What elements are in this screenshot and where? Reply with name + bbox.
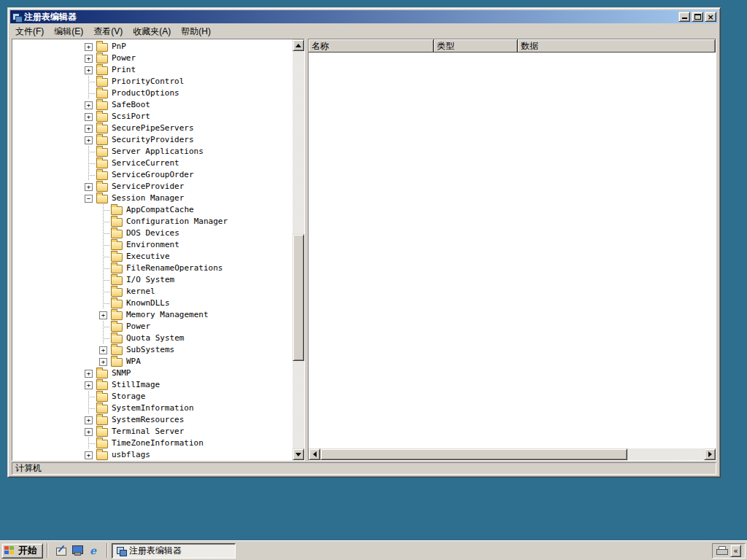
tree-expand-toggle[interactable]: + <box>97 344 109 356</box>
tree-expand-toggle[interactable]: + <box>82 41 95 52</box>
tree-node-label[interactable]: DOS Devices <box>125 228 181 238</box>
tree-row[interactable]: ProductOptions <box>12 88 293 99</box>
tree-expand-toggle[interactable]: + <box>82 134 95 146</box>
tree-expand-toggle[interactable]: + <box>97 309 109 321</box>
tree-row[interactable]: kernel <box>12 286 293 298</box>
expand-plus-icon[interactable]: + <box>85 125 93 133</box>
tree-row[interactable]: +ServiceProvider <box>12 181 293 192</box>
scroll-thumb[interactable] <box>320 448 627 460</box>
tree-expand-toggle[interactable]: + <box>82 449 95 460</box>
tree-row[interactable]: +SecurityProviders <box>12 134 293 146</box>
tree-node-label[interactable]: Configuration Manager <box>125 217 229 227</box>
tree-row[interactable]: +Power <box>12 52 293 64</box>
tree-node-label[interactable]: Memory Management <box>125 310 210 320</box>
tree-node-label[interactable]: AppCompatCache <box>125 205 196 215</box>
tree-node-label[interactable]: Session Manager <box>110 193 185 203</box>
expand-plus-icon[interactable]: + <box>99 311 107 319</box>
tree-node-label[interactable]: PnP <box>110 42 128 52</box>
expand-plus-icon[interactable]: + <box>85 66 93 74</box>
tree-node-label[interactable]: Power <box>125 322 152 332</box>
menu-item[interactable]: 查看(V) <box>88 24 128 39</box>
tree-expand-toggle[interactable]: − <box>82 192 95 204</box>
value-list[interactable] <box>309 52 716 448</box>
scroll-down-button[interactable] <box>293 448 304 460</box>
expand-plus-icon[interactable]: + <box>85 428 93 436</box>
menu-item[interactable]: 帮助(H) <box>176 24 216 39</box>
column-header-type[interactable]: 类型 <box>434 39 518 52</box>
close-button[interactable]: × <box>705 12 716 22</box>
expand-plus-icon[interactable]: + <box>99 358 107 366</box>
expand-plus-icon[interactable]: + <box>85 416 93 424</box>
tree-node-label[interactable]: Environment <box>125 240 181 250</box>
tree-expand-toggle[interactable]: + <box>82 368 95 379</box>
show-desktop-icon[interactable] <box>55 545 67 556</box>
column-header-data[interactable]: 数据 <box>518 39 716 52</box>
tree-node-label[interactable]: usbflags <box>110 450 152 460</box>
tree-row[interactable]: Environment <box>12 239 293 251</box>
tree-row[interactable]: DOS Devices <box>12 228 293 239</box>
tree-row[interactable]: KnownDLLs <box>12 298 293 309</box>
tree-row[interactable]: Power <box>12 321 293 332</box>
expand-plus-icon[interactable]: + <box>85 370 93 378</box>
monitor-icon[interactable] <box>71 545 83 556</box>
list-horizontal-scrollbar[interactable] <box>309 448 716 460</box>
tree-node-label[interactable]: Print <box>110 65 137 75</box>
tree-row[interactable]: PriorityControl <box>12 76 293 88</box>
internet-explorer-icon[interactable] <box>88 545 99 556</box>
tree-row[interactable]: ServiceCurrent <box>12 158 293 169</box>
tree-node-label[interactable]: kernel <box>125 287 157 297</box>
scroll-left-button[interactable] <box>309 448 320 460</box>
scroll-thumb[interactable] <box>293 234 304 361</box>
column-header-name[interactable]: 名称 <box>309 39 434 52</box>
tree-vertical-scrollbar[interactable] <box>293 39 304 460</box>
tree-row[interactable]: FileRenameOperations <box>12 262 293 274</box>
tree-node-label[interactable]: SecurityProviders <box>110 135 196 145</box>
tree-row[interactable]: +Print <box>12 64 293 76</box>
tree-expand-toggle[interactable]: + <box>82 414 95 426</box>
tree-row[interactable]: +Memory Management <box>12 309 293 321</box>
tree-node-label[interactable]: SystemResources <box>110 415 185 425</box>
tree-node-label[interactable]: SubSystems <box>125 345 176 355</box>
tree-row[interactable]: ServiceGroupOrder <box>12 169 293 181</box>
scroll-up-button[interactable] <box>293 39 304 51</box>
tree-row[interactable]: +WPA <box>12 356 293 368</box>
collapse-minus-icon[interactable]: − <box>85 195 93 203</box>
scroll-track[interactable] <box>320 448 704 460</box>
tree-node-label[interactable]: Terminal Server <box>110 427 185 437</box>
tree-node-label[interactable]: ScsiPort <box>110 112 152 122</box>
tree-expand-toggle[interactable]: + <box>82 426 95 438</box>
tree-row[interactable]: Storage <box>12 391 293 402</box>
tree-node-label[interactable]: KnownDLLs <box>125 298 171 308</box>
tree-expand-toggle[interactable]: + <box>82 379 95 391</box>
tree-row[interactable]: TimeZoneInformation <box>12 438 293 449</box>
tray-chevron-button[interactable]: « <box>730 545 741 557</box>
minimize-button[interactable] <box>678 12 690 22</box>
tree-expand-toggle[interactable]: + <box>82 181 95 192</box>
titlebar[interactable]: 注册表编辑器 × <box>10 10 718 23</box>
expand-plus-icon[interactable]: + <box>85 55 93 63</box>
tree-node-label[interactable]: SystemInformation <box>110 403 196 413</box>
tree-row[interactable]: +Terminal Server <box>12 426 293 438</box>
taskbar-task-button[interactable]: 注册表编辑器 <box>112 543 236 559</box>
tree-row[interactable]: +SystemResources <box>12 414 293 426</box>
tree-node-label[interactable]: WPA <box>125 357 142 367</box>
tree-row[interactable]: AppCompatCache <box>12 204 293 216</box>
tree-row[interactable]: −Session Manager <box>12 192 293 204</box>
tree-node-label[interactable]: SNMP <box>110 368 133 378</box>
expand-plus-icon[interactable]: + <box>85 101 93 109</box>
tree-node-label[interactable]: Executive <box>125 252 171 262</box>
tree-row[interactable]: Executive <box>12 251 293 262</box>
expand-plus-icon[interactable]: + <box>99 346 107 354</box>
scroll-right-button[interactable] <box>704 448 716 460</box>
expand-plus-icon[interactable]: + <box>85 183 93 191</box>
tree-row[interactable]: +StillImage <box>12 379 293 391</box>
tree-row[interactable]: +SecurePipeServers <box>12 122 293 134</box>
menu-item[interactable]: 收藏夹(A) <box>128 24 176 39</box>
tree-node-label[interactable]: FileRenameOperations <box>125 263 224 273</box>
tree-expand-toggle[interactable]: + <box>82 52 95 64</box>
menu-item[interactable]: 编辑(E) <box>49 24 88 39</box>
expand-plus-icon[interactable]: + <box>85 451 93 459</box>
start-button[interactable]: 开始 <box>1 543 43 559</box>
scroll-track[interactable] <box>293 51 304 448</box>
tree-row[interactable]: SystemInformation <box>12 402 293 414</box>
